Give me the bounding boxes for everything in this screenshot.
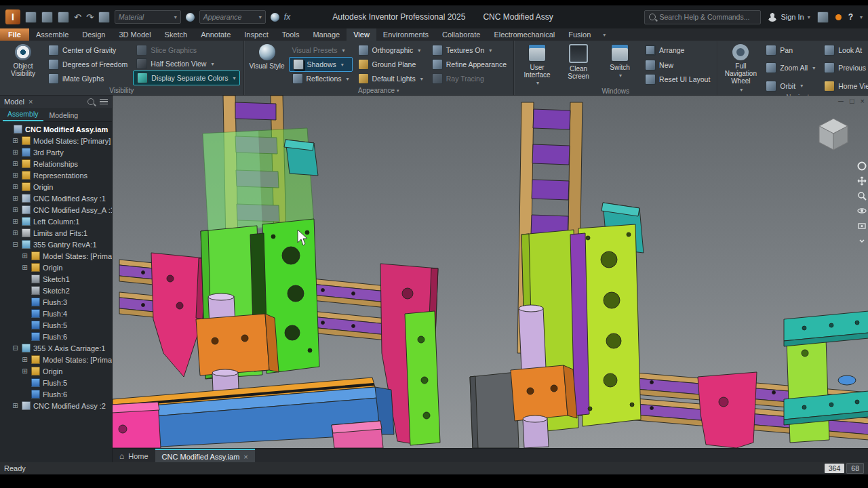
expand-toggle[interactable]: ⊟ — [12, 344, 19, 352]
expand-toggle[interactable]: ⊞ — [21, 252, 28, 260]
tree-item[interactable]: ⊞Limits and Fits:1 — [0, 227, 112, 239]
expand-toggle[interactable]: ⊞ — [12, 183, 19, 190]
appearance-dropdown[interactable]: Appearance ▾ — [199, 10, 266, 24]
expand-toggle[interactable]: ⊞ — [21, 356, 28, 363]
tab-home[interactable]: ⌂ Home — [113, 449, 155, 464]
shadows-button[interactable]: Shadows — [289, 57, 353, 72]
refine-appearance-button[interactable]: Refine Appearance — [429, 58, 510, 71]
tab-active-document[interactable]: CNC Modified Assy.iam × — [155, 449, 255, 464]
previous-view-button[interactable]: Previous — [821, 61, 868, 75]
tree-item[interactable]: ⊟355 X Axis Carriage:1 — [0, 342, 112, 354]
appearance-group-label[interactable]: Appearance ▾ — [244, 86, 514, 95]
reset-ui-layout-button[interactable]: Reset UI Layout — [642, 73, 713, 86]
look-at-button[interactable] — [856, 220, 867, 230]
browser-tab-modeling[interactable]: Modeling — [45, 110, 83, 121]
degrees-of-freedom-button[interactable]: Degrees of Freedom — [45, 58, 131, 71]
pink-block-bottom[interactable] — [332, 421, 383, 448]
tree-item[interactable]: ⊞3rd Party — [0, 146, 112, 158]
redo-icon[interactable]: ↷ — [86, 12, 94, 22]
tab-view[interactable]: View — [347, 28, 376, 41]
ribbon-options-chevron-icon[interactable]: ▾ — [597, 28, 611, 41]
tab-design[interactable]: Design — [75, 28, 112, 41]
browser-header[interactable]: Model × — [0, 96, 112, 108]
inventor-logo-icon[interactable]: I — [5, 9, 20, 24]
tab-manage[interactable]: Manage — [306, 28, 347, 41]
tree-item[interactable]: ⊞CNC Modified Assy :1 — [0, 192, 112, 204]
expand-toggle[interactable]: ⊞ — [12, 148, 19, 156]
pan-button[interactable]: Pan — [762, 43, 818, 57]
tab-inspect[interactable]: Inspect — [237, 28, 275, 41]
expand-toggle[interactable]: ⊞ — [21, 367, 28, 375]
tree-item[interactable]: Flush:3 — [0, 296, 112, 308]
view-cube[interactable] — [812, 113, 854, 155]
navigation-more-chevron-icon[interactable] — [856, 235, 867, 245]
material-swatch-icon[interactable] — [186, 13, 195, 22]
3d-viewport[interactable]: ─ □ × — [113, 96, 868, 448]
tree-item[interactable]: Flush:4 — [0, 308, 112, 319]
tree-item[interactable]: Sketch1 — [0, 273, 112, 285]
tree-item[interactable]: ⊞Origin — [0, 262, 112, 273]
expand-toggle[interactable]: ⊞ — [12, 206, 19, 214]
tree-item[interactable]: Flush:6 — [0, 331, 112, 342]
undo-icon[interactable]: ↶ — [74, 12, 81, 22]
tab-electromechanical[interactable]: Electromechanical — [487, 28, 561, 41]
browser-menu-icon[interactable] — [100, 99, 108, 105]
pan-button[interactable] — [856, 176, 867, 186]
textures-on-button[interactable]: Textures On — [429, 43, 510, 57]
expand-toggle[interactable]: ⊞ — [21, 264, 28, 271]
switch-button[interactable]: Switch — [600, 43, 639, 87]
half-section-view-button[interactable]: Half Section View — [133, 57, 239, 70]
display-separate-colors-button[interactable]: Display Separate Colors — [133, 70, 239, 85]
close-tab-icon[interactable]: × — [243, 453, 248, 461]
tree-item[interactable]: Flush:6 — [0, 388, 112, 400]
reflections-button[interactable]: Reflections — [289, 72, 353, 85]
tree-item[interactable]: ⊞Origin — [0, 365, 112, 377]
doc-close-icon[interactable]: × — [861, 96, 865, 106]
center-of-gravity-button[interactable]: Center of Gravity — [45, 43, 131, 57]
tab-tools[interactable]: Tools — [275, 28, 307, 41]
browser-search-icon[interactable] — [87, 98, 94, 105]
expand-toggle[interactable]: ⊟ — [12, 241, 19, 248]
expand-toggle[interactable]: ⊞ — [12, 229, 19, 237]
tree-item-root[interactable]: CNC Modified Assy.iam — [0, 123, 112, 135]
default-lights-button[interactable]: Default Lights — [355, 72, 427, 85]
tab-fusion[interactable]: Fusion — [561, 28, 597, 41]
expand-toggle[interactable]: ⊞ — [12, 137, 19, 144]
tree-item[interactable]: ⊞CNC Modified Assy :2 — [0, 400, 112, 411]
new-window-button[interactable]: New — [642, 58, 713, 72]
tree-item[interactable]: Sketch2 — [0, 285, 112, 296]
browser-tab-assembly[interactable]: Assembly — [3, 108, 43, 121]
tab-environments[interactable]: Environments — [376, 28, 435, 41]
open-file-icon[interactable] — [41, 12, 53, 23]
home-view-button[interactable]: Home View — [821, 79, 868, 93]
tree-item[interactable]: Flush:5 — [0, 377, 112, 388]
zoom-button[interactable] — [856, 190, 867, 201]
new-file-icon[interactable] — [25, 12, 37, 23]
material-dropdown[interactable]: Material ▾ — [115, 10, 181, 24]
tree-item[interactable]: ⊟355 Gantry RevA:1 — [0, 239, 112, 250]
help-icon[interactable]: ? — [848, 12, 853, 22]
navigation-wheel-button[interactable] — [856, 161, 867, 171]
orbit-button[interactable]: Orbit — [762, 79, 818, 93]
magenta-plate-bottom-left[interactable] — [113, 402, 161, 448]
tab-sketch[interactable]: Sketch — [158, 28, 195, 41]
zoom-all-button[interactable]: Zoom All — [762, 61, 818, 75]
tab-3d-model[interactable]: 3D Model — [113, 28, 158, 41]
tree-item[interactable]: ⊞Model States: [Primary] — [0, 135, 112, 146]
parameters-fx-icon[interactable]: fx — [284, 12, 290, 22]
ground-plane-button[interactable]: Ground Plane — [355, 58, 427, 71]
tree-item[interactable]: ⊞Model States: [Primary] — [0, 354, 112, 365]
left-z-axis-tower[interactable] — [196, 96, 319, 409]
tab-collaborate[interactable]: Collaborate — [435, 28, 487, 41]
orbit-button[interactable] — [856, 205, 867, 216]
tree-item[interactable]: ⊞CNC Modified Assy_A :1 — [0, 204, 112, 216]
arrange-button[interactable]: Arrange — [642, 43, 713, 57]
clean-screen-button[interactable]: Clean Screen — [559, 43, 598, 87]
tab-annotate[interactable]: Annotate — [194, 28, 237, 41]
cart-icon[interactable] — [817, 12, 829, 23]
print-icon[interactable] — [98, 12, 110, 23]
tab-file[interactable]: File — [0, 28, 29, 41]
expand-toggle[interactable]: ⊞ — [12, 195, 19, 202]
expand-toggle[interactable]: ⊞ — [12, 171, 19, 179]
full-navigation-wheel-button[interactable]: Full Navigation Wheel — [721, 43, 760, 94]
